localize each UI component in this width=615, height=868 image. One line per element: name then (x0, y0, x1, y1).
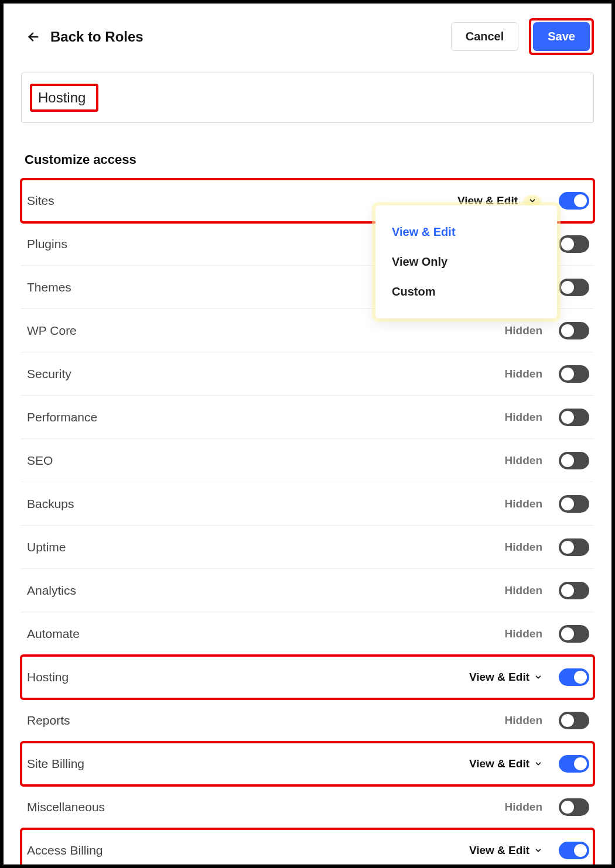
access-level-value: Hidden (505, 454, 542, 467)
access-level-value: Hidden (505, 324, 542, 337)
toggle-miscellaneous[interactable] (559, 798, 589, 816)
toggle-site-billing[interactable] (559, 755, 589, 773)
menu-item-view-only[interactable]: View Only (375, 247, 557, 277)
toggle-themes[interactable] (559, 279, 589, 296)
menu-item-view-edit[interactable]: View & Edit (375, 217, 557, 247)
chevron-down-icon (534, 846, 542, 855)
access-level-value: Hidden (505, 714, 542, 727)
row-label: SEO (27, 454, 53, 468)
row-site-billing: Site Billing View & Edit (21, 742, 594, 785)
toggle-performance[interactable] (559, 409, 589, 426)
row-label: Uptime (27, 540, 66, 554)
access-level-value: Hidden (505, 411, 542, 424)
toggle-analytics[interactable] (559, 582, 589, 599)
toggle-sites[interactable] (559, 192, 589, 210)
row-label: Plugins (27, 237, 67, 251)
menu-item-custom[interactable]: Custom (375, 277, 557, 307)
row-label: Analytics (27, 584, 76, 598)
access-level-value: Hidden (505, 801, 542, 814)
access-level-dropdown[interactable]: View & Edit (469, 671, 542, 684)
toggle-security[interactable] (559, 365, 589, 383)
access-level-value: View & Edit (469, 757, 529, 770)
row-access-billing: Access Billing View & Edit (21, 829, 594, 868)
toggle-hosting[interactable] (559, 668, 589, 686)
row-label: WP Core (27, 324, 77, 338)
row-label: Miscellaneous (27, 800, 105, 814)
access-level-value: View & Edit (469, 671, 529, 684)
row-analytics: Analytics Hidden (21, 569, 594, 612)
row-seo: SEO Hidden (21, 439, 594, 482)
row-reports: Reports Hidden (21, 699, 594, 742)
chevron-down-icon (534, 673, 542, 681)
cancel-button[interactable]: Cancel (451, 22, 519, 51)
back-label: Back to Roles (50, 29, 144, 45)
role-name-highlight: Hosting (30, 84, 98, 112)
save-button[interactable]: Save (533, 22, 590, 51)
role-name-value: Hosting (38, 90, 86, 105)
header-bar: Back to Roles Cancel Save (21, 18, 594, 73)
toggle-reports[interactable] (559, 712, 589, 729)
toggle-uptime[interactable] (559, 538, 589, 556)
row-label: Sites (27, 194, 54, 208)
row-performance: Performance Hidden (21, 396, 594, 439)
access-level-value: Hidden (505, 368, 542, 380)
toggle-access-billing[interactable] (559, 842, 589, 859)
row-label: Site Billing (27, 757, 84, 771)
row-label: Performance (27, 410, 97, 424)
access-level-value: Hidden (505, 584, 542, 597)
row-label: Reports (27, 713, 70, 728)
access-level-value: Hidden (505, 541, 542, 554)
toggle-plugins[interactable] (559, 235, 589, 253)
role-name-input[interactable]: Hosting (21, 73, 594, 123)
toggle-wpcore[interactable] (559, 322, 589, 339)
row-label: Security (27, 367, 71, 381)
access-level-dropdown[interactable]: View & Edit (469, 844, 542, 857)
access-level-dropdown[interactable]: View & Edit (469, 757, 542, 770)
row-security: Security Hidden (21, 352, 594, 396)
arrow-left-icon (27, 30, 40, 43)
save-highlight: Save (529, 18, 594, 55)
row-label: Access Billing (27, 843, 103, 857)
row-uptime: Uptime Hidden (21, 526, 594, 569)
header-actions: Cancel Save (451, 18, 594, 55)
row-hosting: Hosting View & Edit (21, 656, 594, 699)
access-level-value: Hidden (505, 627, 542, 640)
toggle-backups[interactable] (559, 495, 589, 513)
access-level-menu: View & Edit View Only Custom (375, 205, 557, 318)
toggle-seo[interactable] (559, 452, 589, 469)
row-label: Hosting (27, 670, 69, 684)
row-label: Themes (27, 280, 71, 294)
chevron-down-icon (534, 760, 542, 768)
row-miscellaneous: Miscellaneous Hidden (21, 785, 594, 829)
access-level-value: View & Edit (469, 844, 529, 857)
row-backups: Backups Hidden (21, 482, 594, 526)
chevron-down-icon (528, 197, 537, 205)
section-title: Customize access (21, 152, 594, 179)
access-level-value: Hidden (505, 498, 542, 510)
back-to-roles-link[interactable]: Back to Roles (27, 29, 144, 45)
row-label: Backups (27, 497, 74, 511)
toggle-automate[interactable] (559, 625, 589, 643)
page-container: Back to Roles Cancel Save Hosting Custom… (4, 4, 611, 868)
row-label: Automate (27, 627, 80, 641)
row-automate: Automate Hidden (21, 612, 594, 656)
